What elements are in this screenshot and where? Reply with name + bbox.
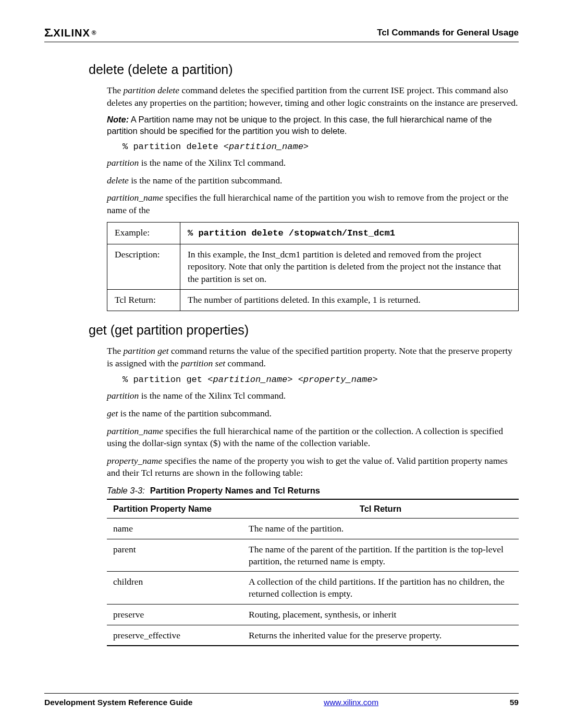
table-row: childrenA collection of the child partit… <box>107 572 519 604</box>
main-content: delete (delete a partition) The partitio… <box>107 62 519 646</box>
delete-p3: partition_name specifies the full hierar… <box>107 192 519 216</box>
logo: Σ. XILINX ® <box>44 26 97 40</box>
tcl-return-value: The number of partitions deleted. In thi… <box>180 290 519 311</box>
example-value: % partition delete /stopwatch/Inst_dcm1 <box>180 222 519 244</box>
example-table-delete: Example: % partition delete /stopwatch/I… <box>107 222 519 311</box>
logo-icon: Σ. <box>44 26 52 40</box>
description-value: In this example, the Inst_dcm1 partition… <box>180 244 519 290</box>
get-intro: The partition get command returns the va… <box>107 345 519 369</box>
footer-left: Development System Reference Guide <box>44 698 192 707</box>
get-p2: get is the name of the partition subcomm… <box>107 408 519 420</box>
get-p3: partition_name specifies the full hierar… <box>107 425 519 450</box>
delete-p1: partition is the name of the Xilinx Tcl … <box>107 157 519 169</box>
page-footer: Development System Reference Guide www.x… <box>44 693 519 707</box>
get-p4: property_name specifies the name of the … <box>107 455 519 479</box>
header-chapter-title: Tcl Commands for General Usage <box>377 28 519 38</box>
table-row: preserveRouting, placement, synthesis, o… <box>107 604 519 625</box>
table-caption: Table 3-3:Partition Property Names and T… <box>107 486 519 496</box>
tcl-return-label: Tcl Return: <box>107 290 180 311</box>
property-table: Partition Property Name Tcl Return nameT… <box>107 499 519 646</box>
table-row: preserve_effectiveReturns the inherited … <box>107 625 519 646</box>
description-label: Description: <box>107 244 180 290</box>
delete-code: % partition delete <partition_name> <box>123 142 519 152</box>
table-header-row: Partition Property Name Tcl Return <box>107 499 519 519</box>
table-row: parentThe name of the parent of the part… <box>107 539 519 572</box>
get-code: % partition get <partition_name> <proper… <box>123 375 519 385</box>
get-p1: partition is the name of the Xilinx Tcl … <box>107 390 519 402</box>
delete-note: Note: A Partition name may not be unique… <box>107 114 519 137</box>
table-row: Example: % partition delete /stopwatch/I… <box>107 222 519 244</box>
table-row: Description: In this example, the Inst_d… <box>107 244 519 290</box>
page-number: 59 <box>510 698 519 707</box>
section-heading-delete: delete (delete a partition) <box>89 62 519 77</box>
header-tcl-return: Tcl Return <box>242 499 519 519</box>
header-property-name: Partition Property Name <box>107 499 242 519</box>
section-heading-get: get (get partition properties) <box>89 323 519 338</box>
table-row: Tcl Return: The number of partitions del… <box>107 290 519 311</box>
example-label: Example: <box>107 222 180 244</box>
delete-intro: The partition delete command deletes the… <box>107 84 519 109</box>
logo-registered: ® <box>92 29 97 36</box>
footer-link[interactable]: www.xilinx.com <box>324 698 378 707</box>
logo-text: XILINX <box>53 27 90 39</box>
delete-p2: delete is the name of the partition subc… <box>107 175 519 187</box>
table-row: nameThe name of the partition. <box>107 519 519 539</box>
page-header: Σ. XILINX ® Tcl Commands for General Usa… <box>44 26 519 42</box>
